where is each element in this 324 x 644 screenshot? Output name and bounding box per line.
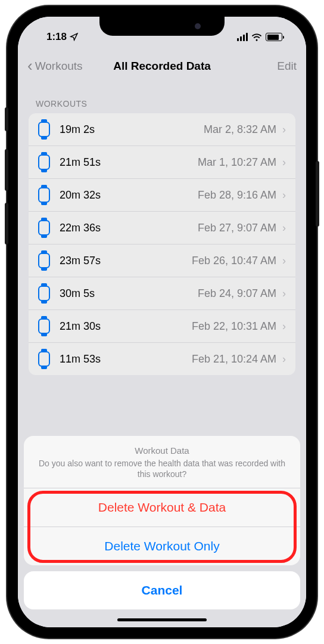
- location-icon: [70, 33, 78, 41]
- status-time: 1:18: [46, 31, 67, 43]
- action-sheet-overlay[interactable]: Workout Data Do you also want to remove …: [18, 17, 306, 627]
- wifi-icon: [251, 33, 262, 41]
- status-right: [237, 33, 288, 41]
- action-sheet: Workout Data Do you also want to remove …: [24, 436, 300, 565]
- battery-icon: [266, 33, 282, 41]
- status-left: 1:18: [36, 31, 78, 43]
- side-button: [5, 203, 8, 244]
- delete-workout-data-button[interactable]: Delete Workout & Data: [24, 488, 300, 527]
- home-indicator[interactable]: [117, 618, 207, 621]
- screen: 1:18 ‹ Worko: [18, 17, 306, 627]
- phone-frame: 1:18 ‹ Worko: [7, 6, 317, 638]
- cancel-button[interactable]: Cancel: [24, 571, 300, 609]
- delete-workout-only-button[interactable]: Delete Workout Only: [24, 527, 300, 565]
- notch: [99, 17, 225, 36]
- side-button: [5, 107, 8, 131]
- sheet-message: Do you also want to remove the health da…: [36, 458, 288, 479]
- signal-icon: [237, 33, 248, 41]
- action-group: Delete Workout & Data Delete Workout Onl…: [24, 488, 300, 565]
- sheet-title: Workout Data: [36, 445, 288, 456]
- sheet-header: Workout Data Do you also want to remove …: [24, 436, 300, 488]
- side-button: [5, 149, 8, 191]
- camera-dot: [195, 23, 201, 29]
- side-button: [316, 161, 319, 227]
